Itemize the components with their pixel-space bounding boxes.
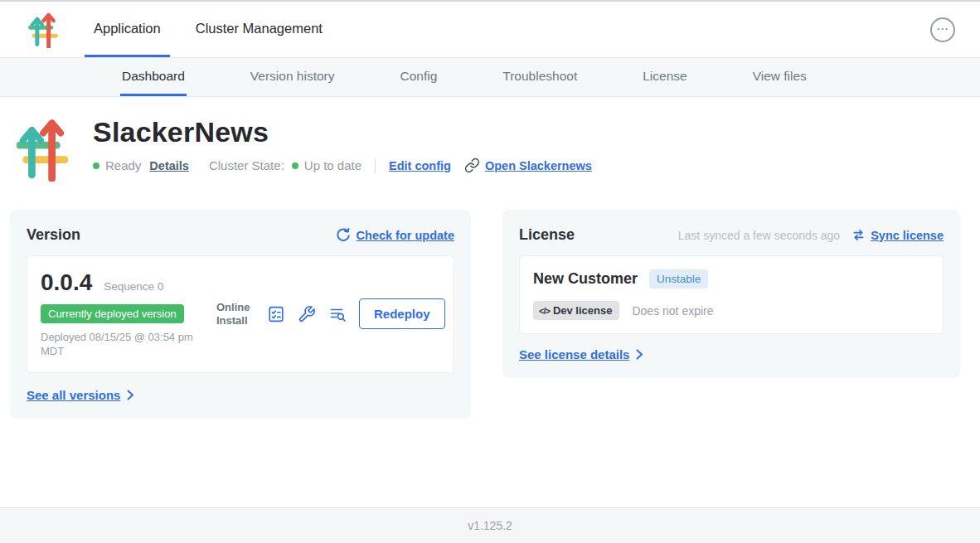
dashboard-cards: Version Check for update 0.0.4 Sequence … xyxy=(0,210,980,419)
chain-link-icon xyxy=(464,158,480,173)
code-icon: </> xyxy=(539,306,550,316)
subnav-item-troubleshoot[interactable]: Troubleshoot xyxy=(501,58,579,96)
refresh-icon xyxy=(336,228,351,243)
app-status-text: Ready xyxy=(105,158,141,172)
license-expiry-text: Does not expire xyxy=(632,304,713,318)
customer-name: New Customer xyxy=(533,270,638,288)
app-header: SlackerNews Ready Details Cluster State:… xyxy=(0,97,980,182)
see-license-details-link[interactable]: See license details xyxy=(519,347,629,361)
preflight-checklist-icon[interactable] xyxy=(267,305,285,323)
check-for-update-link[interactable]: Check for update xyxy=(357,229,454,242)
chevron-right-icon xyxy=(636,349,643,360)
top-navbar: Application Cluster Management ⋯ xyxy=(0,0,980,58)
version-card-title: Version xyxy=(27,226,80,244)
version-number: 0.0.4 xyxy=(41,269,92,296)
app-status-row: Ready Details Cluster State: Up to date … xyxy=(93,158,592,173)
license-panel: New Customer Unstable </> Dev license Do… xyxy=(519,255,944,334)
license-type-badge: </> Dev license xyxy=(533,301,619,320)
ready-status-dot xyxy=(93,162,99,169)
deployed-badge: Currently deployed version xyxy=(41,304,184,323)
cluster-state-label: Cluster State: xyxy=(209,158,284,172)
version-card: Version Check for update 0.0.4 Sequence … xyxy=(10,210,471,419)
app-logo[interactable] xyxy=(28,2,58,57)
open-app-link[interactable]: Open Slackernews xyxy=(485,159,592,172)
current-version-panel: 0.0.4 Sequence 0 Currently deployed vers… xyxy=(27,255,454,373)
cluster-state-value: Up to date xyxy=(304,158,361,172)
divider xyxy=(375,158,376,173)
chevron-right-icon xyxy=(127,390,134,400)
top-nav-tabs: Application Cluster Management xyxy=(85,2,348,57)
install-type-label: Online Install xyxy=(216,301,255,327)
view-logs-icon[interactable] xyxy=(328,305,347,323)
app-subnav: Dashboard Version history Config Trouble… xyxy=(0,58,980,97)
redeploy-button[interactable]: Redeploy xyxy=(359,298,445,329)
subnav-item-license[interactable]: License xyxy=(641,58,688,96)
wrench-config-icon[interactable] xyxy=(298,305,316,323)
sync-license-link[interactable]: Sync license xyxy=(871,229,944,242)
slackernews-logo-icon xyxy=(28,12,58,48)
deployed-timestamp: Deployed 08/15/25 @ 03:54 pm MDT xyxy=(41,331,205,359)
sync-arrows-icon xyxy=(851,228,866,242)
details-link[interactable]: Details xyxy=(149,159,189,172)
console-footer: v1.125.2 xyxy=(0,507,980,543)
overflow-menu-button[interactable]: ⋯ xyxy=(930,17,955,42)
last-synced-text: Last synced a few seconds ago xyxy=(678,229,840,242)
app-icon xyxy=(17,117,68,182)
see-all-versions-link[interactable]: See all versions xyxy=(27,388,120,402)
license-card-title: License xyxy=(519,226,575,244)
license-card: License Last synced a few seconds ago Sy… xyxy=(502,210,960,378)
license-type-label: Dev license xyxy=(553,304,613,317)
tab-application[interactable]: Application xyxy=(85,2,170,57)
page-title: SlackerNews xyxy=(93,117,592,148)
cluster-status-dot xyxy=(292,162,298,169)
tab-cluster-management[interactable]: Cluster Management xyxy=(187,2,332,57)
sequence-label: Sequence 0 xyxy=(104,280,163,293)
subnav-item-dashboard[interactable]: Dashboard xyxy=(120,58,187,96)
ellipsis-icon: ⋯ xyxy=(936,22,949,35)
edit-config-link[interactable]: Edit config xyxy=(389,159,451,172)
subnav-item-version-history[interactable]: Version history xyxy=(249,58,337,96)
subnav-item-view-files[interactable]: View files xyxy=(751,58,808,96)
console-version-text: v1.125.2 xyxy=(468,519,512,532)
channel-badge: Unstable xyxy=(649,269,708,288)
subnav-item-config[interactable]: Config xyxy=(399,58,439,96)
